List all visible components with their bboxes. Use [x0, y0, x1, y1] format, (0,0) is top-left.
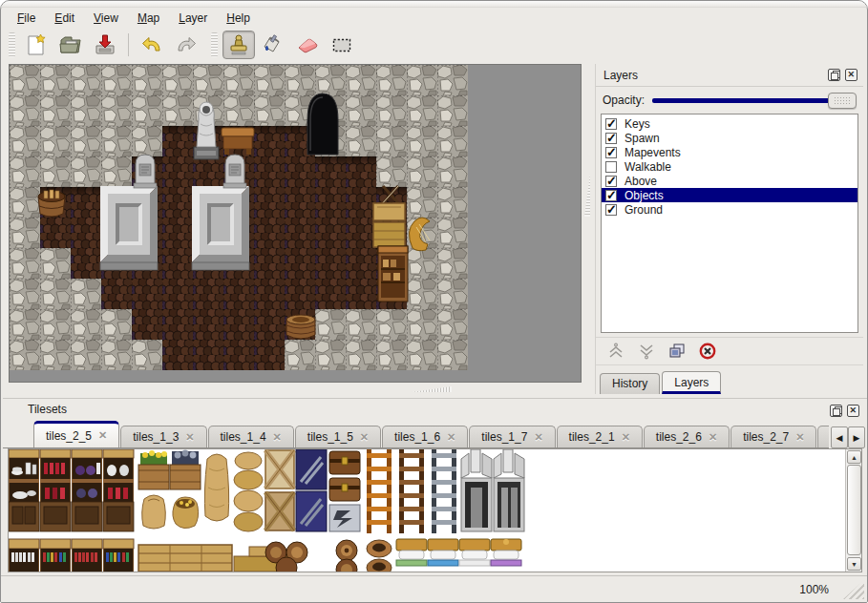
scroll-tabs-left-icon[interactable]: ◀ [831, 426, 848, 448]
tileset-tab[interactable]: tiles_1_7✕ [469, 426, 555, 447]
layer-row[interactable]: Objects [602, 188, 857, 202]
undo-button[interactable] [136, 31, 168, 59]
tileset-tab[interactable]: tiles_2_5✕ [33, 421, 119, 447]
tile-tall-sack[interactable] [204, 454, 228, 521]
toolbar-drag-handle[interactable] [211, 32, 218, 57]
layer-row[interactable]: Mapevents [602, 145, 857, 159]
tile-shelf-dishes[interactable] [9, 449, 39, 531]
tile-shelf-jars[interactable] [72, 449, 102, 531]
tile-stone-arch[interactable] [461, 449, 492, 531]
stamp-tool-button[interactable] [222, 31, 255, 59]
close-tab-icon[interactable]: ✕ [98, 429, 107, 442]
scroll-up-icon[interactable]: ▲ [847, 450, 861, 464]
tileset-tab[interactable]: tiles_ [817, 426, 829, 447]
menu-layer[interactable]: Layer [170, 10, 216, 27]
tile-clay-pots[interactable] [367, 540, 392, 572]
fill-tool-button[interactable] [257, 31, 289, 59]
close-tab-icon[interactable]: ✕ [360, 431, 369, 444]
rect-select-tool-button[interactable] [326, 31, 358, 59]
tile-open-sack[interactable] [173, 497, 199, 529]
new-file-button[interactable] [20, 31, 53, 59]
scrollbar-thumb[interactable] [847, 465, 861, 555]
duplicate-layer-icon[interactable] [668, 343, 686, 360]
redo-button[interactable] [170, 31, 202, 59]
tile-stone-arch[interactable] [494, 449, 524, 531]
menu-file[interactable]: File [9, 10, 44, 27]
tile-shelf-books[interactable] [9, 539, 39, 572]
close-tab-icon[interactable]: ✕ [709, 431, 717, 444]
menu-map[interactable]: Map [129, 10, 168, 27]
tile-barrels[interactable] [336, 540, 357, 572]
float-panel-icon[interactable] [828, 69, 840, 81]
toolbar-drag-handle[interactable] [9, 32, 15, 57]
close-tab-icon[interactable]: ✕ [185, 431, 194, 444]
horizontal-splitter[interactable] [5, 385, 589, 395]
tile-sack[interactable] [142, 495, 166, 529]
layer-visibility-checkbox[interactable] [605, 204, 617, 216]
tile-bed-blue[interactable] [428, 539, 458, 566]
tileset-tab[interactable]: tiles_1_3✕ [120, 426, 206, 447]
close-panel-icon[interactable] [847, 405, 859, 417]
tileset-tab[interactable]: tiles_1_5✕ [295, 426, 381, 447]
tile-flower-box[interactable] [138, 450, 169, 489]
tile-shelf-red-bottles[interactable] [40, 449, 71, 531]
close-tab-icon[interactable]: ✕ [622, 431, 630, 444]
menu-view[interactable]: View [85, 10, 127, 27]
layer-row[interactable]: Ground [602, 202, 857, 217]
close-tab-icon[interactable]: ✕ [534, 431, 542, 444]
tile-ladder-brown[interactable] [399, 449, 424, 533]
tile-crate-x[interactable] [265, 450, 294, 489]
resize-grip[interactable] [843, 580, 864, 599]
tileset-tab[interactable]: tiles_2_1✕ [557, 426, 643, 447]
layer-row[interactable]: Walkable [602, 159, 857, 174]
layer-row[interactable]: Above [602, 174, 857, 188]
vertical-splitter[interactable] [583, 64, 592, 383]
tileset-tab[interactable]: tiles_2_7✕ [730, 426, 816, 447]
close-tab-icon[interactable]: ✕ [273, 431, 282, 444]
scroll-down-icon[interactable]: ▼ [847, 557, 861, 571]
menu-edit[interactable]: Edit [46, 10, 83, 27]
tile-wide-crate[interactable] [138, 545, 232, 572]
layer-visibility-checkbox[interactable] [605, 147, 617, 158]
map-view[interactable] [9, 64, 582, 383]
eraser-tool-button[interactable] [291, 31, 324, 59]
tile-chest[interactable] [329, 451, 360, 501]
close-tab-icon[interactable]: ✕ [447, 431, 455, 444]
tile-bed-green[interactable] [396, 539, 427, 566]
tile-emblem[interactable] [329, 505, 360, 531]
scroll-tabs-right-icon[interactable]: ▶ [848, 426, 865, 448]
tileset-tab[interactable]: tiles_1_4✕ [208, 426, 294, 447]
map-canvas[interactable] [10, 65, 469, 371]
tile-ladder-gray[interactable] [432, 449, 456, 533]
tile-ladder-orange[interactable] [367, 449, 392, 533]
opacity-slider-handle[interactable] [828, 93, 857, 109]
close-tab-icon[interactable]: ✕ [795, 431, 804, 444]
layer-visibility-checkbox[interactable] [605, 176, 617, 187]
tab-layers[interactable]: Layers [662, 371, 721, 394]
opacity-slider[interactable] [652, 92, 857, 109]
move-layer-up-icon[interactable] [607, 343, 625, 360]
tile-dark-crate[interactable] [296, 449, 327, 531]
layer-visibility-checkbox[interactable] [605, 133, 617, 144]
open-file-button[interactable] [54, 31, 87, 59]
layer-visibility-checkbox[interactable] [605, 190, 617, 201]
tileset-scrollbar[interactable]: ▲ ▼ [845, 449, 861, 572]
tile-stone-box[interactable] [170, 450, 201, 489]
layer-row[interactable]: Keys [602, 116, 857, 131]
move-layer-down-icon[interactable] [638, 343, 655, 360]
tileset-tab[interactable]: tiles_1_6✕ [382, 426, 468, 447]
tab-history[interactable]: History [600, 373, 660, 394]
tile-shelf-books[interactable] [72, 539, 102, 572]
tile-shelf-books[interactable] [103, 539, 134, 572]
save-button[interactable] [89, 31, 121, 59]
tileset-canvas[interactable] [9, 449, 830, 572]
tile-sack-pile[interactable] [234, 452, 263, 531]
menu-help[interactable]: Help [218, 10, 259, 27]
tile-shelf-books[interactable] [40, 539, 71, 572]
float-panel-icon[interactable] [830, 405, 842, 417]
layer-row[interactable]: Spawn [602, 131, 857, 145]
tile-crate-x-dark[interactable] [265, 492, 294, 530]
layer-visibility-checkbox[interactable] [605, 118, 617, 130]
delete-layer-icon[interactable] [699, 343, 716, 360]
tile-bed-purple[interactable] [491, 539, 521, 566]
